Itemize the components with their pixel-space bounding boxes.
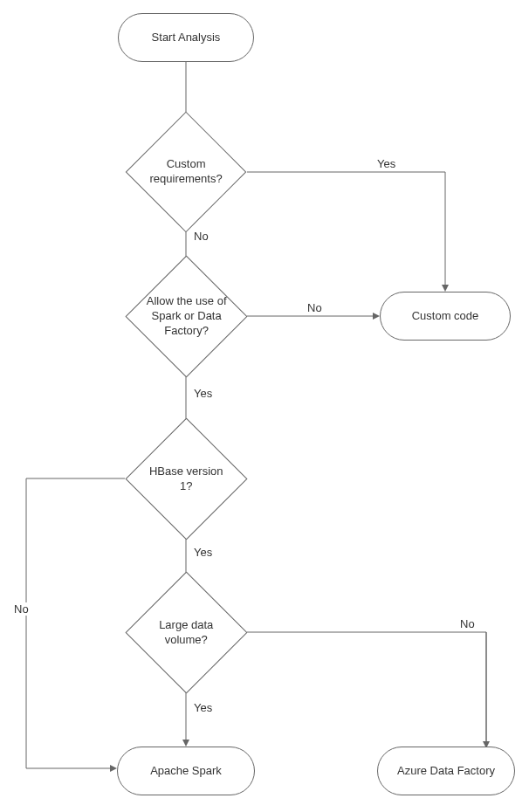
decision-hbase-version-label: HBase version 1? (144, 464, 229, 494)
edge-hbase-yes: Yes (192, 546, 214, 559)
custom-code-label: Custom code (412, 309, 479, 324)
start-label: Start Analysis (152, 31, 221, 45)
decision-custom-requirements: Custom requirements? (126, 112, 247, 233)
start-node: Start Analysis (118, 13, 254, 62)
edge-large-data-no: No (458, 617, 477, 630)
svg-marker-9 (110, 765, 117, 772)
svg-marker-15 (182, 740, 189, 747)
apache-spark-node: Apache Spark (117, 747, 255, 795)
svg-marker-6 (373, 313, 380, 320)
edge-large-data-yes: Yes (192, 701, 214, 714)
azure-data-factory-node: Azure Data Factory (377, 747, 515, 795)
apache-spark-label: Apache Spark (150, 764, 222, 779)
edge-custom-req-yes: Yes (375, 157, 397, 170)
decision-allow-spark: Allow the use of Spark or Data Factory? (125, 255, 247, 377)
decision-large-data: Large data volume? (125, 571, 247, 693)
custom-code-node: Custom code (380, 292, 511, 341)
decision-allow-spark-label: Allow the use of Spark or Data Factory? (144, 294, 229, 339)
flowchart-connectors (0, 0, 529, 812)
edge-allow-spark-yes: Yes (192, 387, 214, 400)
decision-large-data-label: Large data volume? (144, 618, 229, 648)
edge-allow-spark-no: No (306, 301, 324, 314)
svg-marker-2 (442, 285, 449, 292)
decision-custom-requirements-label: Custom requirements? (144, 157, 228, 187)
azure-data-factory-label: Azure Data Factory (397, 764, 495, 779)
decision-hbase-version: HBase version 1? (125, 417, 247, 540)
edge-custom-req-no: No (192, 230, 210, 243)
edge-hbase-no: No (12, 602, 31, 616)
